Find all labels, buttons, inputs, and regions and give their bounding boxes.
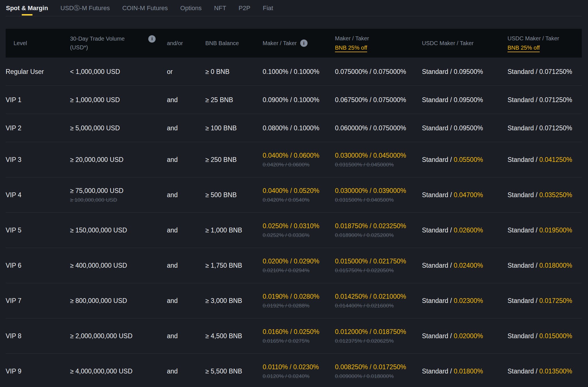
- fee-current: ≥ 1,000,000 USD: [70, 96, 167, 104]
- tab-p2p[interactable]: P2P: [239, 0, 251, 16]
- fee-current: and: [167, 124, 205, 132]
- header-maker-taker-label: Maker / Taker: [263, 39, 297, 48]
- fee-row-vip-2: VIP 2≥ 5,000,000 USDand≥ 100 BNB0.0800% …: [6, 114, 582, 142]
- bnb-discount-link[interactable]: BNB 25% off: [508, 44, 540, 52]
- fee-current: and: [167, 368, 205, 375]
- fee-row-vip-5: VIP 5≥ 150,000,000 USDand≥ 1,000 BNB0.02…: [6, 213, 582, 248]
- fee-row-vip-6: VIP 6≥ 400,000,000 USDand≥ 1,750 BNB0.02…: [6, 248, 582, 283]
- maker-taker-cell: 0.0250% / 0.0310%0.0252% / 0.0336%: [263, 222, 335, 238]
- maker-taker-cell: 0.0400% / 0.0520%0.0420% / 0.0540%: [263, 187, 335, 203]
- header-level-label: Level: [14, 40, 27, 46]
- condition-cell: or: [167, 68, 205, 75]
- usdc-taker-value: 0.071250%: [539, 96, 572, 104]
- tab-fiat[interactable]: Fiat: [263, 0, 273, 16]
- condition-cell: and: [167, 191, 205, 199]
- fee-previous: ≥ 100,000,000 USD: [70, 197, 167, 203]
- header-usdc-maker-taker-bnb: USDC Maker / Taker BNB 25% off: [508, 34, 582, 52]
- header-volume-label: 30-Day Trade Volume: [70, 34, 125, 43]
- fee-current: ≥ 1,000 BNB: [205, 227, 263, 234]
- fee-current: Standard / 0.02600%: [422, 227, 508, 234]
- fee-previous: 0.0420% / 0.0600%: [263, 162, 335, 168]
- header-level: Level: [6, 39, 70, 48]
- tab-usd-m-futures[interactable]: USDⓈ-M Futures: [60, 0, 110, 16]
- fee-current: ≥ 75,000,000 USD: [70, 187, 167, 194]
- fee-current: VIP 5: [6, 227, 70, 234]
- fee-current: 0.0200% / 0.0290%: [263, 258, 335, 265]
- fee-table: Level 30-Day Trade Volume i (USD*) and/o…: [6, 29, 582, 387]
- fee-current: 0.0800% / 0.1000%: [263, 124, 335, 132]
- maker-taker-bnb-cell: 0.030000% / 0.039000%0.031500% / 0.04050…: [335, 187, 422, 203]
- tab-options[interactable]: Options: [180, 0, 202, 16]
- header-maker-taker-bnb-label: Maker / Taker: [335, 34, 422, 43]
- tab-nft[interactable]: NFT: [214, 0, 226, 16]
- usdc-standard-prefix: Standard /: [422, 124, 454, 132]
- bnb-discount-link[interactable]: BNB 25% off: [335, 44, 367, 52]
- header-volume-unit: (USD*): [70, 43, 167, 52]
- bnb-balance-cell: ≥ 100 BNB: [205, 124, 263, 132]
- fee-previous: 0.031500% / 0.045000%: [335, 162, 422, 168]
- fee-current: Standard / 0.019500%: [508, 227, 582, 234]
- bnb-balance-cell: ≥ 0 BNB: [205, 68, 263, 75]
- fee-current: 0.0160% / 0.0250%: [263, 328, 335, 335]
- fee-row-vip-4: VIP 4≥ 75,000,000 USD≥ 100,000,000 USDan…: [6, 177, 582, 213]
- fee-previous: 0.0210% / 0.0294%: [263, 267, 335, 273]
- fee-current: 0.0400% / 0.0600%: [263, 152, 335, 159]
- usdc-taker-value: 0.015000%: [539, 332, 572, 340]
- level-cell c1: VIP 8: [6, 332, 70, 340]
- fee-current: ≥ 100 BNB: [205, 124, 263, 132]
- bnb-balance-cell: ≥ 250 BNB: [205, 156, 263, 163]
- fee-row-vip-1: VIP 1≥ 1,000,000 USDand≥ 25 BNB0.0900% /…: [6, 86, 582, 114]
- level-cell c1: VIP 2: [6, 124, 70, 132]
- fee-current: 0.030000% / 0.045000%: [335, 152, 422, 159]
- usdc-standard-prefix: Standard /: [508, 262, 539, 269]
- volume-cell: ≥ 4,000,000,000 USD: [70, 368, 167, 375]
- level-cell c1: VIP 7: [6, 297, 70, 304]
- level-cell c1: VIP 1: [6, 96, 70, 104]
- volume-cell: ≥ 1,000,000 USD: [70, 96, 167, 104]
- usdc-taker-value: 0.013500%: [539, 368, 572, 375]
- tab-coin-m-futures[interactable]: COIN-M Futures: [122, 0, 168, 16]
- fee-current: Standard / 0.018000%: [508, 262, 582, 269]
- fee-current: VIP 9: [6, 368, 70, 375]
- fee-current: Standard / 0.071250%: [508, 68, 582, 75]
- info-icon[interactable]: i: [148, 35, 156, 43]
- maker-taker-cell: 0.0160% / 0.0250%0.0165% / 0.0275%: [263, 328, 335, 344]
- usdc-taker-value: 0.02000%: [454, 332, 483, 340]
- fee-current: Standard / 0.071250%: [508, 96, 582, 104]
- fee-current: Standard / 0.09500%: [422, 96, 508, 104]
- fee-current: or: [167, 68, 205, 75]
- usdc-standard-prefix: Standard /: [508, 368, 539, 375]
- fee-previous: 0.014400% / 0.021600%: [335, 303, 422, 309]
- fee-current: Standard / 0.05500%: [422, 156, 508, 163]
- volume-cell: ≥ 400,000,000 USD: [70, 262, 167, 269]
- fee-current: Standard / 0.013500%: [508, 368, 582, 375]
- info-icon[interactable]: i: [300, 39, 308, 47]
- fee-current: VIP 3: [6, 156, 70, 163]
- usdc-standard-prefix: Standard /: [508, 68, 539, 75]
- tab-spot-margin[interactable]: Spot & Margin: [6, 0, 48, 16]
- fee-current: ≥ 20,000,000 USD: [70, 156, 167, 163]
- maker-taker-cell: 0.0800% / 0.1000%: [263, 124, 335, 132]
- bnb-balance-cell: ≥ 4,500 BNB: [205, 332, 263, 340]
- usdc-standard-prefix: Standard /: [508, 297, 539, 304]
- maker-taker-cell: 0.0200% / 0.0290%0.0210% / 0.0294%: [263, 258, 335, 273]
- usdc-taker-value: 0.035250%: [539, 191, 572, 199]
- usdc-standard-prefix: Standard /: [508, 332, 539, 340]
- fee-current: Standard / 0.017250%: [508, 297, 582, 304]
- fee-current: VIP 2: [6, 124, 70, 132]
- fee-current: 0.030000% / 0.039000%: [335, 187, 422, 194]
- usdc-standard-prefix: Standard /: [508, 227, 539, 234]
- usdc-standard-prefix: Standard /: [422, 297, 454, 304]
- fee-current: 0.075000% / 0.075000%: [335, 68, 422, 75]
- fee-current: and: [167, 262, 205, 269]
- fee-current: ≥ 500 BNB: [205, 191, 263, 199]
- fee-previous: 0.0165% / 0.0275%: [263, 338, 335, 344]
- condition-cell: and: [167, 297, 205, 304]
- fee-current: VIP 1: [6, 96, 70, 104]
- fee-current: ≥ 2,000,000,000 USD: [70, 332, 167, 340]
- fee-table-body: Regular User< 1,000,000 USDor≥ 0 BNB0.10…: [6, 58, 582, 387]
- header-usdc-bnb-label: USDC Maker / Taker: [508, 34, 582, 43]
- condition-cell: and: [167, 227, 205, 234]
- usdc-maker-taker-bnb-cell: Standard / 0.071250%: [508, 124, 582, 132]
- fee-previous: 0.031500% / 0.040500%: [335, 197, 422, 203]
